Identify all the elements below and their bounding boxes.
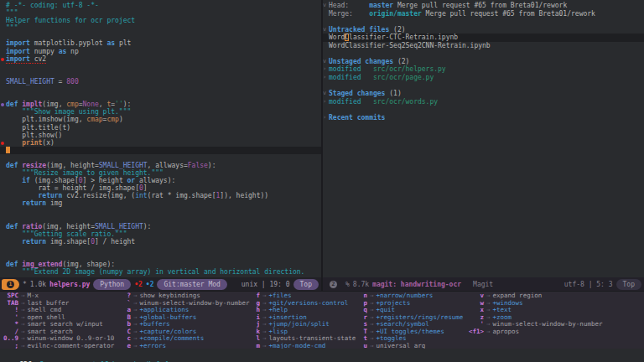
magit-section-heading[interactable]: vStaged changes (1) <box>323 90 644 98</box>
code-line[interactable]: """Extend 2D image (numpy array) in vert… <box>0 268 321 276</box>
code-line[interactable]: def img_extend(img, shape): <box>0 261 321 268</box>
code-token: plt <box>115 39 131 47</box>
buffer-name[interactable]: helpers.py <box>49 281 90 288</box>
code-line[interactable]: return img <box>0 199 321 207</box>
magit-section-heading[interactable]: vUnstaged changes (2) <box>323 58 644 66</box>
code-line[interactable]: import cv2 <box>0 55 321 63</box>
magit-line[interactable]: ›modified src/ocr/page.py <box>323 74 644 82</box>
code-token <box>361 65 373 73</box>
arrow-icon: → <box>484 292 493 299</box>
flycheck-info-count[interactable]: •2 <box>146 281 154 288</box>
code-token: Recent commits <box>329 114 385 122</box>
section-collapsed-icon[interactable]: › <box>323 98 326 106</box>
code-line[interactable] <box>0 253 321 261</box>
binding-key: <f1> <box>467 328 484 336</box>
echo-area[interactable]: SPC- Spacemacs root [C-h paging/help] <box>0 349 644 360</box>
binding-description: +major-mode-cmd <box>269 342 326 349</box>
code-line[interactable]: return cv2.resize(img, (int(rat * img.sh… <box>0 192 321 199</box>
magit-line[interactable]: ›modified src/ocr/words.py <box>323 98 644 106</box>
code-line[interactable]: """ <box>0 9 321 17</box>
code-token: plt.imshow(img, <box>6 116 86 123</box>
code-token: img_extend <box>22 261 62 268</box>
code-line[interactable]: rat = height / img.shape[0] <box>0 184 321 192</box>
code-line[interactable]: SMALL_HEIGHT = 800 <box>0 78 321 85</box>
section-collapsed-icon[interactable]: › <box>323 74 326 82</box>
code-line[interactable]: """Resize image to given height.""" <box>0 169 321 177</box>
code-token: SMALL_HEIGHT <box>6 78 55 85</box>
code-line[interactable] <box>0 85 321 93</box>
code-line[interactable]: import matplotlib.pyplot as plt <box>0 39 321 47</box>
code-line[interactable]: """Show image using plt.""" <box>0 108 321 116</box>
binding-description: universal arg <box>377 342 426 349</box>
magit-line[interactable]: WordClassifier-CTC-Retrain.ipynb <box>323 34 644 42</box>
magit-line[interactable]: ›modified src/ocr/helpers.py <box>323 65 644 74</box>
magit-line[interactable] <box>323 106 644 114</box>
code-line[interactable]: plt.show() <box>0 132 321 139</box>
which-key-binding: m→+major-mode-cmd <box>252 343 359 349</box>
arrow-icon: → <box>367 292 377 299</box>
vc-branch-segment[interactable]: Git:master Mod <box>157 279 226 290</box>
magit-status-buffer[interactable]: vHead: master Merge pull request #65 fro… <box>323 0 644 277</box>
code-line[interactable] <box>0 70 321 78</box>
code-line[interactable]: import numpy as np <box>0 48 321 55</box>
code-token: = <box>55 78 66 85</box>
code-token: ] / height <box>95 238 135 246</box>
code-token: ): <box>208 162 216 169</box>
magit-line[interactable]: Merge: origin/master Merge pull request … <box>323 10 644 18</box>
code-line[interactable] <box>0 246 321 253</box>
code-line[interactable]: print(x) <box>0 139 321 147</box>
python-buffer[interactable]: # -*- coding: utf-8 -*-"""Helper functio… <box>0 0 321 277</box>
code-line[interactable]: plt.title(t) <box>0 124 321 132</box>
code-token: if <box>22 177 30 184</box>
code-line[interactable] <box>0 93 321 101</box>
magit-line[interactable] <box>323 49 644 58</box>
magit-line[interactable] <box>323 18 644 26</box>
section-expanded-icon[interactable]: v <box>323 2 326 10</box>
code-line[interactable]: def implt(img, cmp=None, t=''): <box>0 101 321 108</box>
code-line[interactable]: # -*- coding: utf-8 -*- <box>0 2 321 9</box>
code-line[interactable] <box>0 147 321 154</box>
which-key-column: ?→show keybindings`→winum-select-window-… <box>122 292 252 349</box>
code-token <box>349 2 369 9</box>
code-line[interactable] <box>0 215 321 223</box>
code-line[interactable]: """ <box>0 24 321 32</box>
code-token: (2) <box>393 58 409 65</box>
code-line[interactable]: plt.imshow(img, cmap=cmp) <box>0 116 321 123</box>
flycheck-error-count[interactable]: •2 <box>134 281 143 288</box>
code-line[interactable]: """Getting scale ratio.""" <box>0 230 321 238</box>
arrow-icon: → <box>18 320 28 328</box>
magit-line[interactable]: WordClassifier-Seq2Seq2CNN-Retrain.ipynb <box>323 42 644 50</box>
code-line[interactable]: Helper functions for ocr project <box>0 17 321 24</box>
code-token: as <box>59 48 67 55</box>
code-line[interactable]: def resize(img, height=SMALL_HEIGHT, all… <box>0 162 321 169</box>
code-line[interactable] <box>0 154 321 162</box>
magit-section-heading[interactable]: ›Recent commits <box>323 114 644 122</box>
section-collapsed-icon[interactable]: › <box>323 114 326 122</box>
which-key-binding: ;→evilnc-comment-operator <box>2 343 122 349</box>
magit-line[interactable] <box>323 81 644 90</box>
major-mode-segment[interactable]: Magit <box>473 281 493 288</box>
code-token: import <box>6 39 30 47</box>
buffer-name[interactable]: magit: handwriting-ocr <box>372 281 461 288</box>
magit-line[interactable]: vHead: master Merge pull request #65 fro… <box>323 2 644 10</box>
which-key-binding: u→universal arg <box>359 343 467 349</box>
arrow-icon: → <box>484 306 493 313</box>
magit-section-heading[interactable]: vUntracked files (2) <box>323 26 644 34</box>
code-line[interactable]: def ratio(img, height=SMALL_HEIGHT): <box>0 223 321 230</box>
section-expanded-icon[interactable]: v <box>323 90 326 98</box>
code-line[interactable] <box>0 208 321 215</box>
binding-key: ; <box>2 343 18 349</box>
code-line[interactable] <box>0 63 321 70</box>
section-expanded-icon[interactable]: v <box>323 58 326 66</box>
which-key-column: n→+narrow/numbersp→+projectsq→+quitr→+re… <box>359 292 467 349</box>
code-line[interactable]: return img.shape[0] / height <box>0 238 321 246</box>
code-line[interactable]: if (img.shape[0] > height or allways): <box>0 177 321 184</box>
code-token: cv2.resize(img, ( <box>62 192 135 199</box>
major-mode-segment[interactable]: Python <box>93 279 131 290</box>
readonly-flag: % <box>345 281 350 288</box>
arrow-icon: → <box>484 320 493 328</box>
code-token: Untracked files <box>329 26 389 34</box>
code-token: (1) <box>385 90 401 97</box>
section-expanded-icon[interactable]: v <box>323 26 326 34</box>
section-collapsed-icon[interactable]: › <box>323 65 326 74</box>
